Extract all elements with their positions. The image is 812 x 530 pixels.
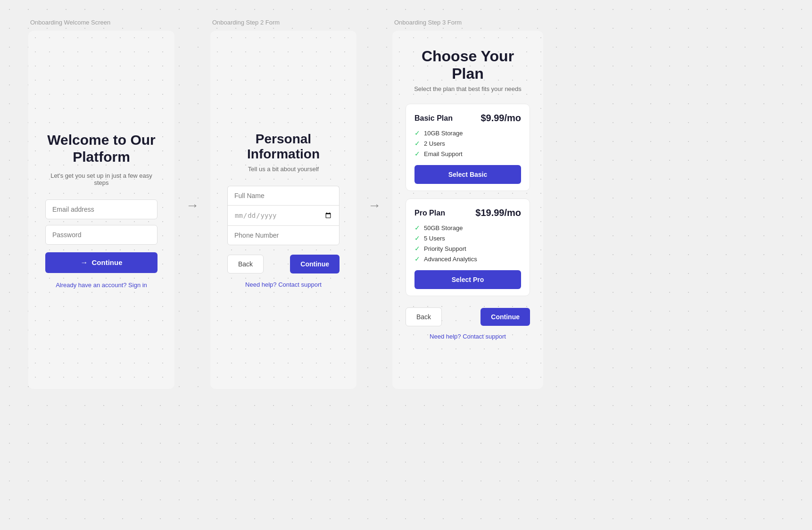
screen2-section: Onboarding Step 2 Form Personal Informat… — [210, 19, 356, 389]
personal-card: Personal Information Tell us a bit about… — [210, 31, 356, 389]
pro-feature-1: ✓ 50GB Storage — [414, 224, 521, 232]
page-wrapper: Onboarding Welcome Screen Welcome to Our… — [28, 19, 784, 389]
plan-subtitle: Select the plan that best fits your need… — [406, 85, 530, 92]
dob-input[interactable] — [227, 205, 340, 225]
signin-link[interactable]: Already have an account? Sign in — [56, 282, 147, 289]
screen1-section: Onboarding Welcome Screen Welcome to Our… — [28, 19, 174, 389]
pro-plan-features: ✓ 50GB Storage ✓ 5 Users ✓ Priority Supp… — [414, 224, 521, 263]
select-basic-button[interactable]: Select Basic — [414, 165, 521, 184]
basic-feature-3: ✓ Email Support — [414, 150, 521, 157]
password-input[interactable] — [45, 225, 157, 245]
basic-plan-header: Basic Plan $9.99/mo — [414, 113, 521, 124]
welcome-title: Welcome to Our Platform — [45, 132, 157, 166]
plan-back-button[interactable]: Back — [406, 307, 442, 326]
arrow-right-icon: → — [81, 258, 88, 267]
right-arrow-icon-1: → — [186, 198, 199, 213]
check-icon-4: ✓ — [414, 224, 420, 232]
screen2-label: Onboarding Step 2 Form — [210, 19, 280, 26]
pro-feature-2: ✓ 5 Users — [414, 234, 521, 242]
pro-plan-price: $19.99/mo — [475, 207, 521, 218]
phone-input[interactable] — [227, 225, 340, 245]
personal-btn-row: Back Continue — [227, 255, 340, 273]
check-icon-5: ✓ — [414, 234, 420, 242]
basic-feature-2: ✓ 2 Users — [414, 140, 521, 147]
pro-feature-4: ✓ Advanced Analytics — [414, 255, 521, 263]
check-icon-7: ✓ — [414, 255, 420, 263]
pro-plan-header: Pro Plan $19.99/mo — [414, 207, 521, 218]
fullname-input[interactable] — [227, 186, 340, 205]
help-link[interactable]: Need help? Contact support — [245, 281, 322, 288]
personal-form-group — [227, 186, 340, 245]
select-pro-button[interactable]: Select Pro — [414, 270, 521, 289]
basic-plan-name: Basic Plan — [414, 114, 453, 123]
check-icon-1: ✓ — [414, 129, 420, 137]
plan-help-link[interactable]: Need help? Contact support — [406, 333, 530, 340]
welcome-card: Welcome to Our Platform Let's get you se… — [28, 31, 174, 389]
plan-title: Choose Your Plan — [406, 48, 530, 83]
plan-btn-row: Back Continue — [406, 307, 530, 326]
screen1-label: Onboarding Welcome Screen — [28, 19, 110, 26]
basic-plan-card: Basic Plan $9.99/mo ✓ 10GB Storage ✓ 2 U… — [406, 104, 530, 191]
arrow-connector-2: → — [356, 198, 392, 213]
check-icon-3: ✓ — [414, 150, 420, 157]
welcome-subtitle: Let's get you set up in just a few easy … — [45, 172, 157, 186]
back-button[interactable]: Back — [227, 255, 264, 273]
continue-button[interactable]: → Continue — [45, 252, 157, 273]
personal-title: Personal Information — [227, 132, 340, 162]
pro-plan-name: Pro Plan — [414, 209, 445, 217]
pro-plan-card: Pro Plan $19.99/mo ✓ 50GB Storage ✓ 5 Us… — [406, 199, 530, 296]
personal-subtitle: Tell us a bit about yourself — [248, 166, 319, 173]
check-icon-6: ✓ — [414, 245, 420, 252]
arrow-connector-1: → — [174, 198, 210, 213]
screen3-section: Onboarding Step 3 Form Choose Your Plan … — [392, 19, 543, 389]
pro-feature-3: ✓ Priority Support — [414, 245, 521, 252]
email-input[interactable] — [45, 199, 157, 219]
plan-continue-button[interactable]: Continue — [481, 308, 530, 326]
right-arrow-icon-2: → — [368, 198, 381, 213]
basic-feature-1: ✓ 10GB Storage — [414, 129, 521, 137]
check-icon-2: ✓ — [414, 140, 420, 147]
screen3-label: Onboarding Step 3 Form — [392, 19, 462, 26]
basic-plan-price: $9.99/mo — [481, 113, 521, 124]
plan-card: Choose Your Plan Select the plan that be… — [392, 31, 543, 389]
continue-button-2[interactable]: Continue — [290, 255, 340, 273]
basic-plan-features: ✓ 10GB Storage ✓ 2 Users ✓ Email Support — [414, 129, 521, 157]
